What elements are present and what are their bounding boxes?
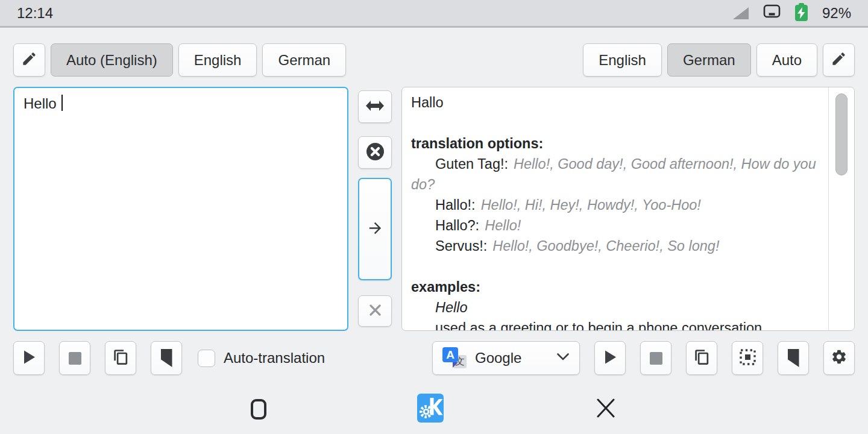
copy-source-button[interactable]: [105, 341, 136, 375]
clear-icon: [366, 142, 385, 163]
options-heading: translation options:: [411, 133, 817, 154]
bottom-toolbars: Auto-translation 文 A Google: [13, 341, 855, 375]
source-lang-auto-english[interactable]: Auto (English): [51, 43, 173, 77]
source-language-group: Auto (English) English German: [13, 43, 346, 77]
language-bar: Auto (English) English German English Ge…: [13, 43, 855, 77]
close-nav-button[interactable]: [594, 397, 617, 422]
main-panels: Hello: [13, 87, 855, 331]
flag-target-button[interactable]: [778, 341, 809, 375]
translation-option: Guten Tag!:Hello!, Good day!, Good after…: [411, 154, 817, 195]
translation-option: Servus!:Hello!, Goodbye!, Cheerio!, So l…: [411, 236, 817, 256]
target-lang-english[interactable]: English: [583, 43, 662, 77]
stop-source-speech-button[interactable]: [59, 341, 90, 375]
translation-option: Hallo?:Hello!: [411, 215, 817, 236]
settings-icon: [831, 348, 848, 368]
stop-icon: [650, 352, 662, 365]
dismiss-button[interactable]: [358, 295, 392, 327]
edit-target-languages-button[interactable]: [823, 43, 855, 77]
stop-target-speech-button[interactable]: [640, 341, 671, 375]
copy-icon: [113, 349, 129, 368]
keyboard-icon: [763, 4, 781, 22]
chevron-down-icon: [556, 353, 570, 363]
bottom-navigation-bar: [0, 375, 868, 434]
translation-option: Hallo!:Hello!, Hi!, Hey!, Howdy!, Yoo-Ho…: [411, 195, 817, 215]
translated-text: Hallo: [411, 92, 817, 113]
kde-logo: [417, 394, 444, 425]
clear-text-button[interactable]: [358, 136, 392, 169]
source-toolbar: Auto-translation: [13, 341, 325, 375]
battery-charging-icon: [795, 5, 808, 21]
translation-result-panel: Hallo translation options: Guten Tag!:He…: [401, 87, 855, 331]
signal-icon: [733, 7, 749, 19]
swap-languages-button[interactable]: [358, 90, 392, 123]
dismiss-icon: [368, 303, 382, 319]
example-phrase: Hello: [411, 297, 817, 318]
select-all-icon: [739, 348, 756, 368]
flag-icon: [788, 349, 799, 367]
play-icon: [603, 350, 617, 367]
copy-icon: [694, 349, 710, 368]
example-usage: used as a greeting or to begin a phone c…: [411, 318, 817, 331]
source-text-input[interactable]: Hello: [13, 87, 348, 331]
scrollbar-thumb[interactable]: [835, 93, 848, 175]
battery-percent: 92%: [822, 5, 851, 22]
auto-translation-checkbox[interactable]: [198, 350, 215, 367]
speak-source-button[interactable]: [13, 341, 45, 375]
examples-heading: examples:: [411, 277, 817, 297]
kde-home-button[interactable]: [417, 394, 444, 425]
source-lang-english[interactable]: English: [178, 43, 257, 77]
edit-icon: [831, 51, 847, 69]
stop-icon: [69, 352, 81, 365]
clock: 12:14: [17, 5, 53, 22]
scrollbar-track[interactable]: [828, 87, 854, 330]
close-icon: [594, 397, 617, 422]
copy-target-button[interactable]: [686, 341, 717, 375]
flag-source-button[interactable]: [151, 341, 182, 375]
translator-app-window: 12:14 92% Auto (English) English German: [0, 0, 868, 434]
middle-action-column: [358, 87, 392, 331]
target-toolbar: 文 A Google: [432, 341, 855, 375]
text-cursor: [61, 95, 63, 111]
target-language-group: English German Auto: [583, 43, 855, 77]
translation-text: Hallo translation options: Guten Tag!:He…: [402, 87, 854, 331]
status-indicators: 92%: [733, 4, 851, 22]
select-all-button[interactable]: [732, 341, 763, 375]
speak-target-button[interactable]: [594, 341, 626, 375]
window-nav-button[interactable]: [251, 399, 266, 420]
edit-source-languages-button[interactable]: [13, 43, 45, 77]
settings-button[interactable]: [823, 341, 855, 375]
source-text: Hello: [24, 95, 57, 112]
target-lang-auto[interactable]: Auto: [756, 43, 817, 77]
source-lang-german[interactable]: German: [262, 43, 346, 77]
window-icon: [251, 399, 266, 420]
status-bar: 12:14 92%: [0, 0, 868, 28]
translation-engine-select[interactable]: 文 A Google: [432, 341, 580, 375]
play-icon: [22, 350, 36, 367]
flag-icon: [161, 349, 172, 367]
target-lang-german[interactable]: German: [667, 43, 751, 77]
translate-icon: [366, 219, 384, 239]
translate-button[interactable]: [358, 178, 392, 280]
edit-icon: [21, 51, 37, 69]
swap-icon: [366, 101, 384, 113]
auto-translation-label: Auto-translation: [224, 350, 325, 366]
google-translate-icon: 文 A: [442, 347, 468, 370]
engine-name: Google: [475, 350, 521, 366]
